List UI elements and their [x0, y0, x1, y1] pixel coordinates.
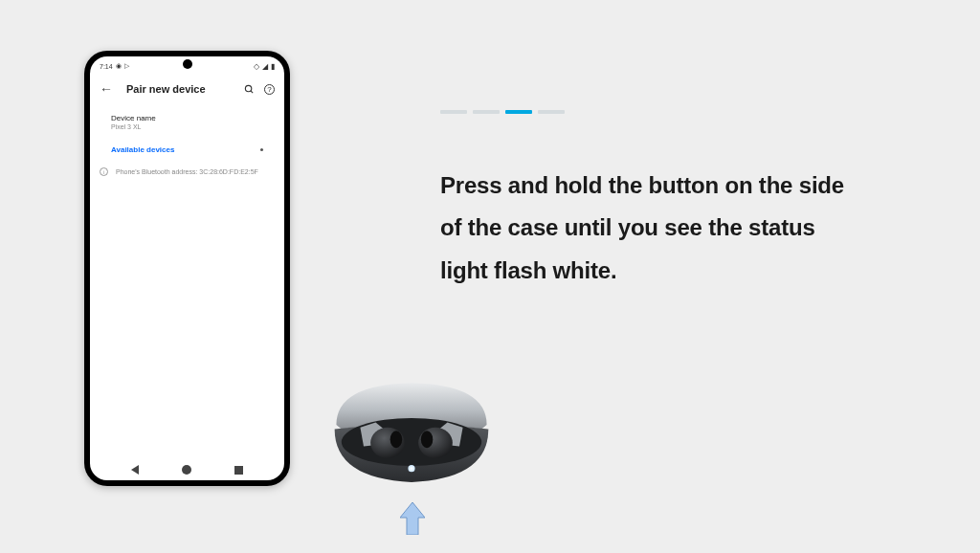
bluetooth-address-text: Phone's Bluetooth address: 3C:28:6D:FD:E… — [116, 168, 258, 175]
info-icon: i — [100, 167, 108, 176]
instruction-text: Press and hold the button on the side of… — [440, 165, 861, 292]
progress-segment — [538, 110, 565, 114]
status-icon: ▷ — [124, 62, 129, 70]
arrow-up-icon — [400, 502, 425, 535]
svg-point-2 — [342, 418, 481, 466]
help-icon[interactable]: ? — [264, 84, 275, 95]
bluetooth-address-row: i Phone's Bluetooth address: 3C:28:6D:FD… — [90, 160, 284, 182]
app-header: ← Pair new device ? — [90, 72, 284, 106]
nav-recents-icon[interactable] — [234, 466, 243, 475]
available-devices-row[interactable]: Available devices — [90, 136, 284, 160]
device-name-value: Pixel 3 XL — [111, 123, 263, 130]
android-nav-bar — [90, 465, 284, 475]
status-light-icon — [408, 465, 414, 472]
search-icon[interactable] — [244, 84, 255, 95]
svg-point-0 — [245, 85, 251, 91]
back-icon[interactable]: ← — [100, 81, 113, 97]
battery-icon: ▮ — [271, 62, 275, 71]
loading-dot-icon — [260, 148, 263, 151]
vibrate-icon: ◇ — [254, 62, 259, 71]
nav-home-icon[interactable] — [182, 465, 191, 475]
progress-indicator — [440, 110, 565, 114]
status-icon: ◉ — [116, 62, 122, 70]
page-title: Pair new device — [126, 83, 231, 95]
device-name-section[interactable]: Device name Pixel 3 XL — [90, 106, 284, 136]
svg-point-6 — [421, 431, 434, 448]
earbuds-case-illustration — [321, 378, 502, 498]
progress-segment-active — [505, 110, 532, 114]
svg-line-1 — [251, 90, 253, 92]
nav-back-icon[interactable] — [131, 465, 139, 475]
available-devices-label: Available devices — [111, 145, 174, 154]
svg-point-4 — [390, 431, 403, 448]
phone-mockup: 7:14 ◉ ▷ ◇ ◢ ▮ ← Pair new device ? — [84, 51, 290, 486]
phone-screen: 7:14 ◉ ▷ ◇ ◢ ▮ ← Pair new device ? — [90, 56, 284, 480]
progress-segment — [473, 110, 500, 114]
device-name-label: Device name — [111, 114, 263, 122]
progress-segment — [440, 110, 467, 114]
status-time: 7:14 — [100, 63, 113, 70]
wifi-icon: ◢ — [262, 62, 268, 71]
phone-notch — [183, 59, 192, 69]
